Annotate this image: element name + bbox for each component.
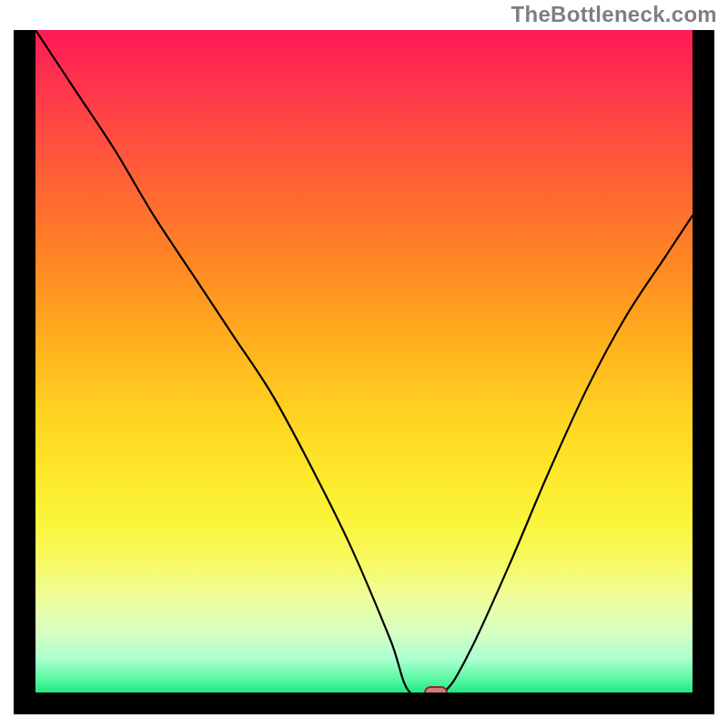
- plot-outer-border: [14, 30, 714, 714]
- bottleneck-curve-path: [35, 30, 693, 693]
- bottleneck-curve-svg: [35, 30, 693, 693]
- curve-minimum-marker: [424, 686, 448, 693]
- plot-area: [35, 30, 693, 693]
- watermark-text: TheBottleneck.com: [511, 2, 717, 27]
- chart-stage: TheBottleneck.com: [0, 0, 728, 728]
